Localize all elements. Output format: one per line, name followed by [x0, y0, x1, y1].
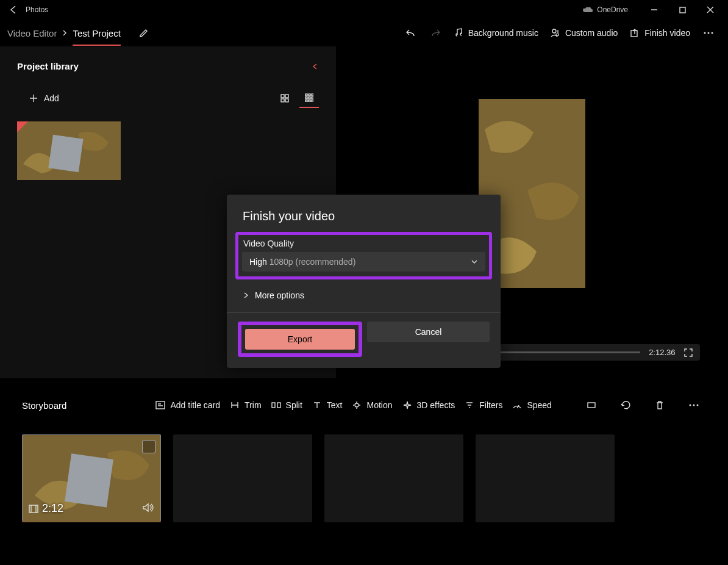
rename-button[interactable]: [132, 21, 156, 45]
storyboard-empty-slot[interactable]: [476, 434, 615, 522]
undo-button[interactable]: [399, 21, 423, 45]
close-button[interactable]: [696, 0, 724, 20]
clip-checkbox[interactable]: [142, 440, 155, 453]
more-button[interactable]: [696, 21, 721, 45]
svg-rect-31: [65, 453, 113, 507]
aspect-icon: [587, 400, 596, 410]
svg-point-29: [697, 405, 699, 406]
background-music-label: Background music: [468, 28, 538, 38]
finish-video-dialog: Finish your video Video Quality High 108…: [227, 195, 501, 368]
close-icon: [707, 6, 714, 13]
svg-rect-18: [312, 100, 313, 102]
svg-point-5: [712, 32, 713, 34]
rotate-button[interactable]: [613, 393, 638, 417]
used-marker-icon: [17, 121, 28, 132]
title-card-icon: [155, 401, 165, 409]
breadcrumb-root[interactable]: Video Editor: [7, 28, 57, 38]
trim-icon: [230, 401, 240, 409]
svg-rect-2: [631, 31, 637, 37]
svg-rect-16: [305, 100, 307, 102]
filters-icon: [465, 401, 474, 409]
svg-rect-17: [309, 100, 310, 102]
svg-rect-10: [305, 94, 307, 96]
split-button[interactable]: Split: [271, 400, 302, 410]
speed-button[interactable]: Speed: [512, 400, 551, 410]
export-button[interactable]: Export: [245, 329, 355, 350]
chevron-down-icon: [471, 258, 478, 265]
storyboard-more-button[interactable]: [682, 393, 706, 417]
add-title-card-button[interactable]: Add title card: [155, 400, 220, 410]
background-music-button[interactable]: Background music: [448, 24, 544, 41]
svg-point-25: [355, 403, 359, 407]
svg-rect-14: [309, 97, 310, 99]
view-large-button[interactable]: [275, 88, 294, 108]
svg-rect-23: [272, 403, 275, 408]
storyboard-empty-slot[interactable]: [324, 434, 463, 522]
breadcrumb-project[interactable]: Test Project: [73, 28, 120, 46]
svg-point-1: [552, 29, 556, 33]
cancel-button[interactable]: Cancel: [367, 322, 490, 342]
audio-person-icon: [551, 28, 560, 38]
more-options-toggle[interactable]: More options: [227, 279, 501, 313]
text-button[interactable]: Text: [312, 400, 343, 410]
clip-audio-icon[interactable]: [142, 502, 154, 515]
svg-rect-24: [277, 403, 280, 408]
split-icon: [271, 401, 281, 409]
library-thumbnail[interactable]: [17, 121, 121, 180]
export-highlight: Export: [238, 322, 362, 357]
undo-icon: [405, 27, 416, 38]
more-options-label: More options: [255, 290, 304, 300]
ellipsis-icon: [689, 404, 699, 406]
quality-highlight: Video Quality High 1080p (recommended): [235, 232, 492, 279]
chevron-right-icon: [62, 30, 68, 36]
filters-button[interactable]: Filters: [465, 400, 502, 410]
storyboard-title: Storyboard: [22, 400, 66, 411]
svg-rect-9: [285, 99, 288, 102]
back-button[interactable]: [4, 0, 23, 20]
redo-button: [423, 21, 448, 45]
pencil-icon: [139, 28, 149, 38]
finish-video-button[interactable]: Finish video: [624, 24, 696, 41]
motion-button[interactable]: Motion: [352, 400, 392, 410]
motion-icon: [352, 401, 362, 409]
breadcrumb: Video Editor Test Project: [7, 21, 156, 46]
finish-video-label: Finish video: [644, 28, 690, 38]
custom-audio-button[interactable]: Custom audio: [544, 24, 624, 41]
trim-button[interactable]: Trim: [230, 400, 261, 410]
svg-rect-15: [312, 97, 313, 99]
text-icon: [312, 401, 322, 409]
storyboard-panel: Storyboard Add title card Trim Split Tex…: [0, 378, 728, 537]
svg-rect-7: [285, 95, 288, 98]
add-media-button[interactable]: Add: [29, 93, 59, 103]
svg-rect-20: [48, 135, 83, 172]
svg-rect-13: [305, 97, 307, 99]
clip-duration: 2:12: [29, 502, 63, 515]
onedrive-status[interactable]: OneDrive: [582, 5, 628, 14]
command-bar: Video Editor Test Project Background mus…: [0, 20, 728, 46]
cloud-icon: [582, 6, 593, 13]
chevron-right-icon: [243, 292, 249, 299]
onedrive-label: OneDrive: [597, 5, 628, 14]
fullscreen-icon[interactable]: [684, 348, 693, 357]
rotate-icon: [621, 400, 630, 410]
minimize-button[interactable]: [640, 0, 668, 20]
quality-label: Video Quality: [242, 237, 485, 252]
quality-dropdown[interactable]: High 1080p (recommended): [242, 252, 485, 272]
custom-audio-label: Custom audio: [565, 28, 618, 38]
svg-rect-11: [309, 94, 310, 96]
collapse-chevron-icon[interactable]: [312, 63, 319, 70]
resize-button[interactable]: [579, 393, 604, 417]
timecode-display: 2:12.36: [649, 348, 675, 357]
storyboard-empty-slot[interactable]: [173, 434, 312, 522]
grid-small-icon: [305, 93, 313, 102]
view-small-button[interactable]: [299, 88, 319, 108]
maximize-button[interactable]: [668, 0, 696, 20]
add-label: Add: [44, 93, 59, 103]
trash-icon: [655, 400, 664, 410]
storyboard-clip[interactable]: 2:12: [22, 434, 161, 522]
redo-icon: [430, 27, 441, 38]
3d-effects-button[interactable]: 3D effects: [402, 400, 455, 410]
thumbnail-image: [17, 121, 121, 180]
delete-button[interactable]: [648, 393, 672, 417]
quality-value: High 1080p (recommended): [249, 257, 355, 267]
